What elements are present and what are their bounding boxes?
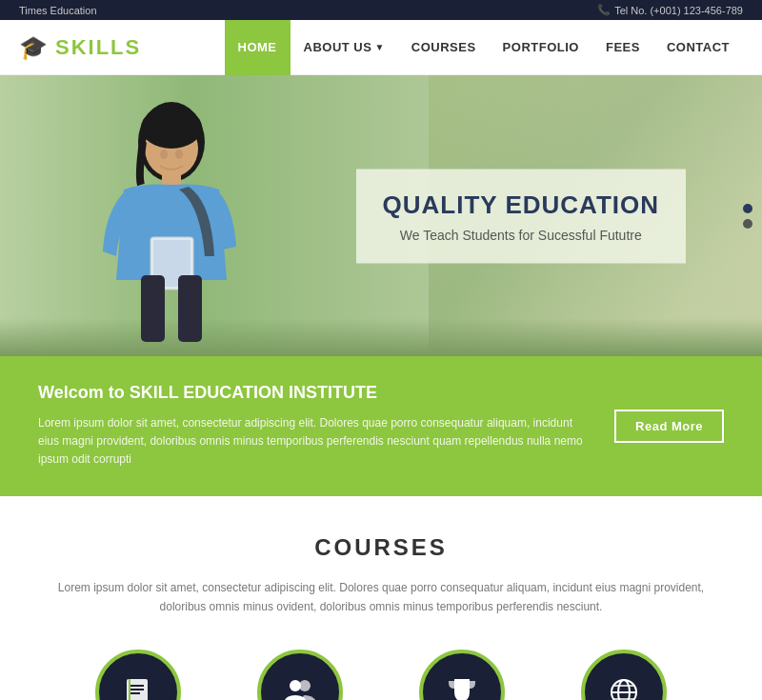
carousel-dot-1[interactable] [743,204,752,213]
course-masscomm: MassComm Courses [233,650,367,700]
trophy-icon [445,675,479,700]
main-nav: HOME ABOUT US ▼ COURSES PORTFOLIO FEES C… [225,20,744,75]
svg-point-2 [141,107,202,149]
course-accounts: Accounts [395,650,529,700]
hero-content: QUALITY EDUCATION We Teach Students for … [356,169,686,263]
logo[interactable]: 🎓 SKILLS [19,34,141,61]
svg-point-19 [612,680,636,700]
nav-contact[interactable]: CONTACT [653,20,743,75]
chevron-down-icon: ▼ [374,42,384,52]
hero-title: QUALITY EDUCATION [383,190,659,219]
svg-rect-12 [130,685,144,687]
phone-number: Tel No. (+001) 123-456-789 [614,5,743,16]
hero-person [67,90,276,351]
hero-subtitle: We Teach Students for Sucessful Fututre [383,227,659,242]
carousel-dots [743,204,752,229]
svg-point-16 [299,680,311,691]
read-more-button[interactable]: Read More [614,410,724,443]
people-icon [282,674,318,700]
logo-icon: 🎓 [19,34,48,61]
svg-rect-7 [178,275,202,342]
nav-courses[interactable]: COURSES [398,20,490,75]
svg-point-20 [618,680,630,700]
svg-point-9 [175,150,183,159]
green-title: Welcom to SKILL EDUCATION INSTITUTE [38,383,595,403]
courses-section: COURSES Lorem ipsum dolor sit amet, cons… [0,496,762,700]
logo-text: SKILLS [55,35,141,60]
courses-description: Lorem ipsum dolor sit amet, consectetur … [48,578,714,617]
green-section: Welcom to SKILL EDUCATION INSTITUTE Lore… [0,356,762,496]
nav-home[interactable]: HOME [225,20,291,75]
site-name: Times Education [19,5,97,16]
course-icon-vocational [95,650,181,700]
svg-rect-13 [130,689,144,690]
top-bar: Times Education 📞 Tel No. (+001) 123-456… [0,0,762,20]
green-content: Welcom to SKILL EDUCATION INSTITUTE Lore… [38,383,595,470]
hero-section: QUALITY EDUCATION We Teach Students for … [0,75,762,356]
nav-portfolio[interactable]: PORTFOLIO [490,20,592,75]
course-icon-business [581,650,667,700]
phone-info: 📞 Tel No. (+001) 123-456-789 [597,4,743,16]
course-icon-masscomm [257,650,343,700]
svg-rect-11 [129,679,130,700]
course-icon-accounts [419,650,505,700]
course-business: Business Management [557,650,691,700]
courses-grid: Vocational Courses MassComm Courses [19,650,743,700]
green-text: Lorem ipsum dolor sit amet, consectetur … [38,414,595,470]
svg-point-8 [160,150,168,159]
courses-heading: COURSES [19,534,743,561]
nav-about[interactable]: ABOUT US ▼ [291,20,398,75]
globe-icon [607,675,641,700]
nav-fees[interactable]: FEES [592,20,653,75]
phone-icon: 📞 [597,4,611,16]
svg-rect-14 [130,692,140,694]
carousel-dot-2[interactable] [743,219,752,229]
book-icon [121,675,155,700]
header: 🎓 SKILLS HOME ABOUT US ▼ COURSES PORTFOL… [0,20,762,75]
course-vocational: Vocational Courses [71,650,205,700]
svg-rect-6 [141,275,165,342]
